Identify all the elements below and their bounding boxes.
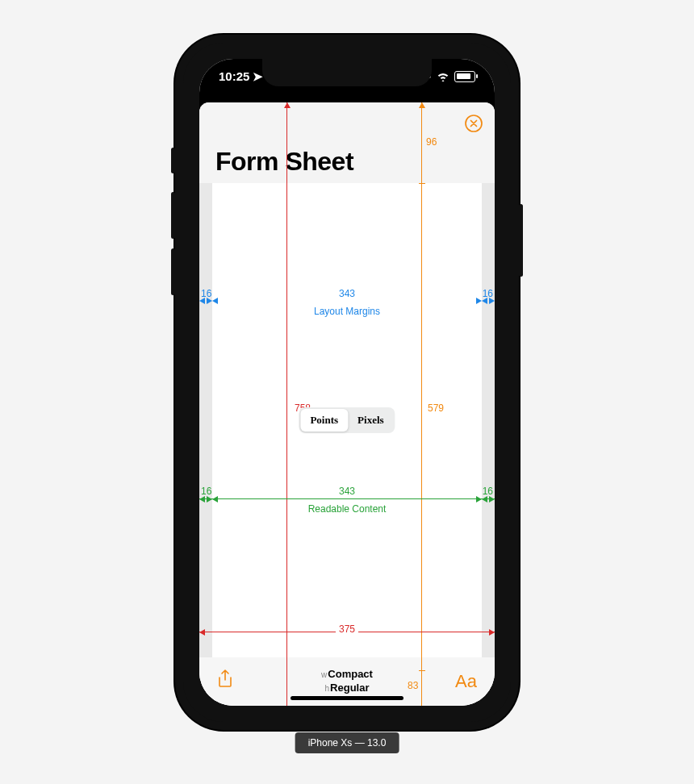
full-width-value: 375 xyxy=(336,623,358,635)
volume-up-button xyxy=(171,192,175,239)
form-sheet: Form Sheet Points Pixels xyxy=(199,102,495,706)
close-button[interactable] xyxy=(464,114,483,133)
safe-bottom-value: 83 xyxy=(408,680,418,691)
device-caption: iPhone Xs — 13.0 xyxy=(295,732,399,753)
readable-width: 343 xyxy=(339,486,355,497)
layout-margin-right: 16 xyxy=(483,288,493,299)
status-time: 10:25➤ xyxy=(219,69,263,84)
notch xyxy=(262,59,432,86)
layout-margins-label: Layout Margins xyxy=(314,306,380,317)
sheet-content: Points Pixels xyxy=(199,183,495,657)
volume-down-button xyxy=(171,248,175,295)
segment-points[interactable]: Points xyxy=(300,409,348,432)
right-gutter xyxy=(482,183,495,657)
home-indicator xyxy=(291,696,403,700)
layout-margin-left: 16 xyxy=(201,288,211,299)
side-button xyxy=(519,204,523,277)
safe-top-value: 96 xyxy=(426,136,437,148)
safe-content-value: 579 xyxy=(428,402,444,414)
device-frame: 10:25➤ •••• Form Sheet xyxy=(175,35,519,730)
readable-left: 16 xyxy=(201,486,211,497)
mute-switch xyxy=(171,148,175,173)
layout-margin-width: 343 xyxy=(339,288,355,299)
share-button[interactable] xyxy=(217,669,233,694)
readable-label: Readable Content xyxy=(308,503,387,515)
left-gutter xyxy=(199,183,212,657)
screen: 10:25➤ •••• Form Sheet xyxy=(199,59,495,706)
sheet-header: Form Sheet xyxy=(199,102,495,183)
wifi-icon xyxy=(437,70,449,84)
text-size-button[interactable]: Aa xyxy=(455,671,477,692)
close-icon xyxy=(464,114,483,133)
share-icon xyxy=(217,669,233,689)
size-class-label: wCompact hRegular xyxy=(321,668,373,695)
segment-pixels[interactable]: Pixels xyxy=(348,409,394,432)
unit-segmented-control[interactable]: Points Pixels xyxy=(299,407,395,433)
page-title: Form Sheet xyxy=(215,147,353,177)
readable-right: 16 xyxy=(483,486,493,497)
battery-icon xyxy=(454,71,475,82)
